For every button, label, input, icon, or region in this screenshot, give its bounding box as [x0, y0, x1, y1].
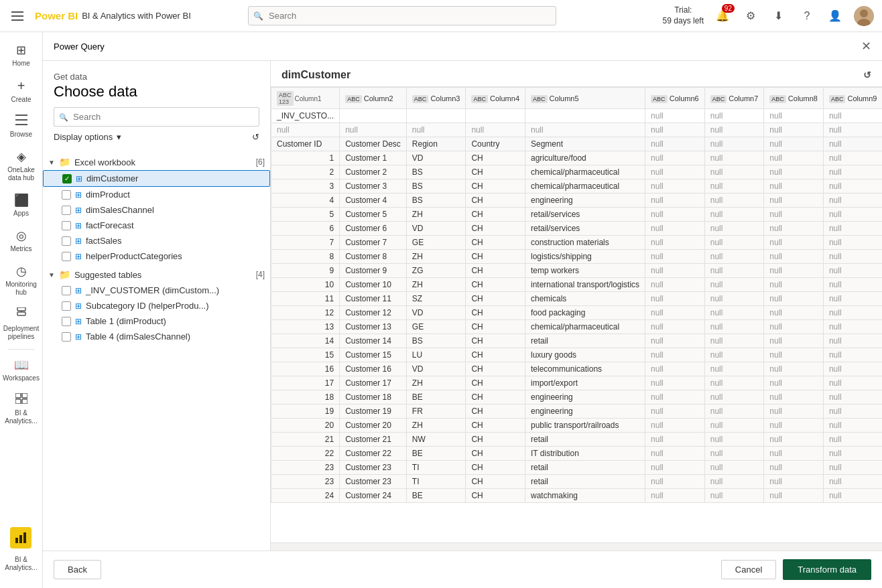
tree-item-dimproduct[interactable]: ⊞ dimProduct [43, 187, 270, 202]
table-cell: chemicals [525, 292, 645, 306]
col-header-4: ABC Column4 [466, 88, 525, 109]
table-cell: CH [466, 405, 525, 419]
table-cell: null [645, 390, 705, 405]
sidebar-item-workspaces[interactable]: BI & Analytics... [0, 388, 42, 431]
avatar[interactable] [854, 6, 874, 26]
table-cell: null [823, 165, 882, 179]
tree-item-helperproductcategories[interactable]: ⊞ helperProductCategories [43, 248, 270, 264]
table-cell: null [704, 292, 764, 306]
table-cell: CH [466, 461, 525, 475]
tree-item-table1[interactable]: ⊞ Table 1 (dimProduct) [43, 313, 270, 329]
helper-checkbox[interactable] [62, 252, 71, 261]
notifications-button[interactable]: 🔔 92 [713, 7, 732, 25]
table-cell: null [764, 306, 824, 320]
col-header-8: ABC Column8 [764, 88, 824, 109]
settings-button[interactable]: ⚙ [741, 7, 760, 25]
table-cell: null [823, 278, 882, 292]
table-cell: null [764, 433, 824, 447]
sidebar-item-metrics[interactable]: ◎ Metrics [0, 223, 42, 259]
horizontal-scrollbar[interactable] [271, 542, 882, 550]
download-button[interactable]: ⬇ [769, 7, 788, 25]
table-cell: ZH [406, 208, 466, 222]
table-icon: ⊞ [75, 301, 82, 311]
table-cell: null [823, 376, 882, 390]
sidebar-item-label: Browse [10, 131, 32, 139]
inv-customer-checkbox[interactable] [62, 286, 71, 295]
table-cell: null [823, 194, 882, 208]
table-cell: null [645, 489, 705, 503]
panel-search-input[interactable] [54, 107, 259, 127]
data-table-wrapper[interactable]: ABC123 Column1 ABC Column2 ABC Column3 A… [271, 87, 882, 542]
display-options-button[interactable]: Display options ▾ ↺ [54, 132, 259, 142]
tree-item-factsales[interactable]: ⊞ factSales [43, 233, 270, 248]
table-cell: null [764, 278, 824, 292]
sidebar-toggle[interactable] [8, 7, 27, 25]
table-cell: Customer 4 [340, 194, 407, 208]
subcategory-checkbox[interactable] [62, 301, 71, 311]
table-cell: CH [466, 236, 525, 250]
table-cell: Customer 6 [340, 222, 407, 236]
table-cell: null [823, 489, 882, 503]
help-button[interactable]: ? [798, 7, 816, 25]
dimsaleschannel-checkbox[interactable] [62, 206, 71, 215]
sidebar-item-learn[interactable]: 📖 Workspaces [0, 352, 42, 388]
table-cell: Customer 24 [340, 489, 407, 503]
refresh-list-icon[interactable]: ↺ [252, 132, 259, 142]
sidebar-item-analytics[interactable]: BI &Analytics... [2, 516, 40, 577]
table-cell: null [704, 334, 764, 348]
tree-item-table4[interactable]: ⊞ Table 4 (dimSalesChannel) [43, 329, 270, 344]
tree-arrow-icon: ▼ [48, 271, 55, 279]
table-cell: null [645, 376, 705, 390]
table-cell: null [823, 222, 882, 236]
table-row: 4Customer 4BSCHengineeringnullnullnullnu… [271, 194, 883, 208]
tree-item-inv-customer[interactable]: ⊞ _INV_CUSTOMER (dimCustom...) [43, 283, 270, 298]
table4-checkbox[interactable] [62, 332, 71, 342]
table-cell: GE [406, 320, 466, 334]
table-cell: null [764, 179, 824, 194]
refresh-icon[interactable]: ↺ [863, 70, 871, 80]
sidebar-item-apps[interactable]: ⬛ Apps [0, 188, 42, 223]
search-bar[interactable]: 🔍 [248, 6, 556, 25]
tree-group-excel-header[interactable]: ▼ 📁 Excel workbook [6] [43, 154, 270, 170]
cancel-button[interactable]: Cancel [721, 560, 776, 579]
table-cell: luxury goods [525, 348, 645, 362]
table-cell: null [764, 208, 824, 222]
table-cell: null [645, 278, 705, 292]
apps-icon: ⬛ [14, 193, 29, 208]
panel-search-icon: 🔍 [59, 113, 68, 121]
table-cell: import/export [525, 376, 645, 390]
table-cell: null [525, 123, 645, 137]
browse-icon [15, 115, 27, 129]
dimcustomer-checkbox[interactable]: ✓ [62, 174, 72, 183]
share-button[interactable]: 👤 [826, 7, 844, 25]
close-button[interactable]: ✕ [861, 39, 871, 54]
table-cell: null [645, 292, 705, 306]
suggested-tables-label: Suggested tables [74, 270, 252, 280]
sidebar-item-deployment[interactable]: Deploymentpipelines [0, 302, 42, 346]
table-cell: null [823, 447, 882, 461]
table-cell: null [764, 194, 824, 208]
table-row: 6Customer 6VDCHretail/servicesnullnullnu… [271, 222, 883, 236]
sidebar-item-monitoring[interactable]: ◷ Monitoringhub [0, 259, 42, 302]
table1-checkbox[interactable] [62, 317, 71, 326]
factforecast-checkbox[interactable] [62, 221, 71, 230]
back-button[interactable]: Back [54, 560, 101, 579]
data-table: ABC123 Column1 ABC Column2 ABC Column3 A… [271, 87, 882, 503]
table-cell: CH [466, 390, 525, 405]
transform-data-button[interactable]: Transform data [783, 559, 871, 580]
sidebar-item-browse[interactable]: Browse [0, 109, 42, 144]
search-input[interactable] [248, 6, 556, 25]
sidebar-item-home[interactable]: ⊞ Home [0, 38, 42, 73]
tree-item-dimcustomer[interactable]: ✓ ⊞ dimCustomer [43, 170, 270, 187]
tree-group-suggested-header[interactable]: ▼ 📁 Suggested tables [4] [43, 267, 270, 283]
tree-item-factforecast[interactable]: ⊞ factForecast [43, 218, 270, 233]
sidebar-item-create[interactable]: + Create [0, 73, 42, 109]
dimproduct-checkbox[interactable] [62, 190, 71, 200]
tree-item-dimsaleschannel[interactable]: ⊞ dimSalesChannel [43, 202, 270, 218]
power-query-container: Power Query ✕ Get data Choose data 🔍 Dis… [43, 32, 882, 588]
factsales-checkbox[interactable] [62, 236, 71, 246]
table-row: 16Customer 16VDCHtelecommunicationsnulln… [271, 362, 883, 376]
tree-item-subcategory[interactable]: ⊞ Subcategory ID (helperProdu...) [43, 298, 270, 313]
sidebar-item-onelake[interactable]: ◈ OneLakedata hub [0, 144, 42, 188]
table-row: 24Customer 24BECHwatchmakingnullnullnull… [271, 489, 883, 503]
